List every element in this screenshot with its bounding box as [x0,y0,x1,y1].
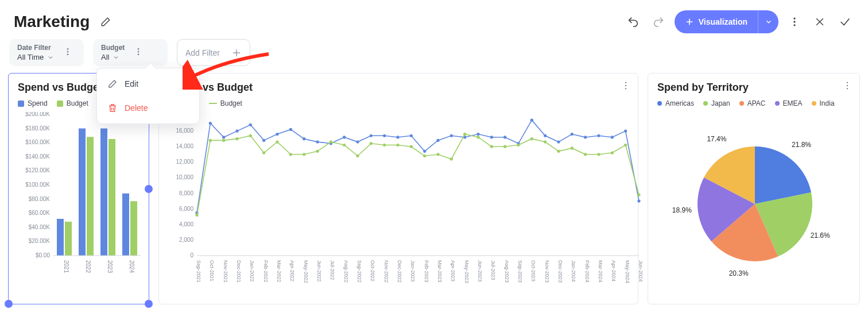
pencil-icon [100,16,111,28]
svg-text:21.8%: 21.8% [792,141,811,149]
more-button[interactable] [785,13,804,31]
svg-point-114 [637,200,640,203]
svg-rect-23 [79,129,86,256]
svg-text:Oct-2021: Oct-2021 [209,260,215,281]
chart-title: Spend vs Budget [168,82,629,94]
svg-rect-27 [108,139,115,256]
svg-text:$180.00K: $180.00K [25,125,50,132]
svg-text:10,000: 10,000 [176,174,193,180]
svg-point-122 [289,153,292,156]
svg-text:16,000: 16,000 [176,128,193,134]
svg-point-133 [436,153,439,156]
undo-button[interactable] [624,13,642,31]
resize-handle-bottom-right[interactable] [145,300,153,308]
chart-title: Spend by Territory [657,82,850,94]
menu-item-delete[interactable]: Delete [100,96,196,120]
confirm-button[interactable] [836,13,854,31]
svg-point-139 [517,144,520,146]
svg-text:17.4%: 17.4% [707,135,726,143]
svg-point-147 [624,144,627,146]
pie-chart: 21.8%21.6%20.3%18.9%17.4% [657,112,852,284]
svg-point-127 [356,154,359,157]
line-chart: 02,0004,0006,0008,00010,00012,00014,0001… [168,112,645,296]
svg-point-121 [276,140,278,143]
svg-text:Jul-2023: Jul-2023 [490,260,496,280]
svg-point-140 [530,137,533,140]
visualization-dropdown[interactable] [758,10,778,33]
svg-rect-21 [65,222,72,256]
svg-rect-26 [100,129,107,256]
resize-handle-right[interactable] [145,185,153,193]
svg-point-120 [262,151,265,154]
svg-text:Aug-2022: Aug-2022 [343,260,349,283]
svg-point-7 [138,51,139,52]
svg-point-85 [249,123,252,126]
svg-point-111 [597,134,600,137]
svg-point-92 [343,136,346,138]
svg-point-6 [138,48,139,49]
svg-point-150 [847,85,848,86]
svg-point-3 [67,48,68,49]
svg-point-83 [222,136,225,138]
svg-point-34 [625,85,626,86]
menu-item-edit[interactable]: Edit [100,72,196,96]
svg-text:2021: 2021 [63,260,69,273]
add-filter-button[interactable]: Add Filter [177,39,250,66]
svg-point-129 [383,144,386,146]
svg-text:4,000: 4,000 [179,221,193,227]
filter-budget[interactable]: Budget All [93,39,168,66]
card-more-button[interactable] [621,80,631,93]
resize-handle-bottom-left[interactable] [5,300,13,308]
svg-text:Dec-2021: Dec-2021 [236,260,242,283]
chart-legend: Americas Japan APAC EMEA India [657,99,850,107]
svg-text:May-2023: May-2023 [464,260,470,283]
svg-text:Apr-2022: Apr-2022 [289,260,295,281]
chevron-down-icon [113,54,119,61]
filter-value: All [101,53,125,61]
svg-text:Nov-2021: Nov-2021 [223,260,228,283]
add-visualization-button[interactable]: Visualization [675,10,778,33]
svg-text:$40.00K: $40.00K [29,224,51,230]
filter-context-menu: Edit Delete [96,68,200,124]
svg-point-1 [794,21,795,22]
visualization-label: Visualization [699,17,747,26]
card-pie-chart[interactable]: Spend by Territory Americas Japan APAC E… [648,73,860,304]
chart-legend: Spend Budget [168,99,629,107]
bar-chart: $0.00$20.00K$40.00K$60.00K$80.00K$100.00… [18,112,144,284]
svg-text:2024: 2024 [129,260,135,273]
svg-text:18.9%: 18.9% [672,206,692,214]
card-line-chart[interactable]: Spend vs Budget Spend Budget 02,0004,000… [158,73,638,304]
svg-point-8 [138,53,139,55]
redo-button[interactable] [649,13,668,31]
svg-text:Nov-2023: Nov-2023 [544,260,550,283]
undo-icon [627,16,640,28]
filter-budget-more[interactable] [130,47,146,59]
check-icon [839,16,851,28]
svg-point-149 [847,82,848,83]
redo-icon [652,16,665,28]
svg-point-99 [436,139,439,142]
card-more-button[interactable] [842,80,852,93]
edit-title-button[interactable] [96,13,115,31]
svg-text:$100.00K: $100.00K [25,181,50,188]
svg-text:21.6%: 21.6% [811,231,830,240]
add-filter-label: Add Filter [185,48,220,57]
plus-icon [231,48,242,58]
svg-point-97 [410,134,413,137]
svg-point-95 [383,134,386,137]
svg-point-100 [450,134,453,137]
svg-text:Sep-2022: Sep-2022 [356,260,362,283]
filter-date-more[interactable] [60,47,76,59]
svg-text:14,000: 14,000 [176,143,193,149]
close-button[interactable] [811,13,829,31]
svg-point-112 [611,136,614,138]
page-title: Marketing [14,13,90,31]
svg-point-88 [289,128,292,131]
svg-text:2023: 2023 [107,260,113,273]
svg-text:Feb-2024: Feb-2024 [584,260,590,283]
svg-point-142 [557,150,560,153]
filter-date[interactable]: Date Filter All Time [9,39,84,66]
svg-point-96 [396,136,399,138]
svg-text:Mar-2022: Mar-2022 [276,260,282,283]
svg-point-115 [195,214,198,217]
